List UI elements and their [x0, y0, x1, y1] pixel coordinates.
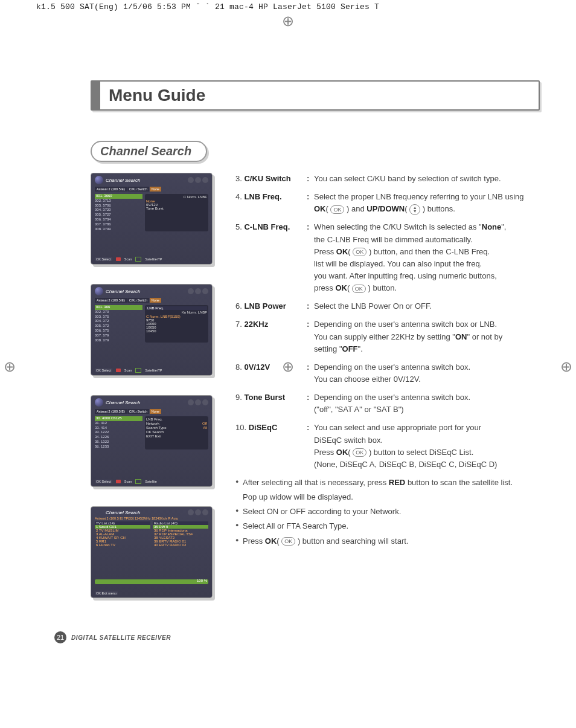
screenshot-list-row: 34. 1226 [95, 435, 142, 440]
screenshot-panel-title: LNB Freq. [146, 306, 207, 310]
bullet-item: Select ON or OFF according to your Netwo… [235, 506, 540, 518]
instruction-item: 4. LNB Freq.:Select the proper LNB frequ… [235, 191, 540, 215]
screenshot-tab: C/Ku Switch [127, 409, 149, 414]
weather-icon [195, 509, 201, 515]
screenshot-list-row: 003. 3706 [95, 204, 142, 208]
screenshot-tab: C/Ku Switch [127, 187, 149, 192]
screenshot-footer-hint: Scan [124, 369, 132, 372]
screenshot-list-row: 006. 3734 [95, 217, 142, 222]
screenshot-search-popup: Channel Search Asiasat 2 (100.5 E) C/Ku … [91, 395, 213, 487]
screenshot-footer-hint: Satellite/TP [145, 257, 162, 261]
weather-icon [202, 509, 208, 515]
section-heading: Channel Search [91, 141, 207, 162]
screenshot-footer-hint: Scan [124, 257, 132, 261]
screenshot-selected-row: 30. 4000 Ch125 [95, 416, 142, 421]
weather-icon [188, 288, 194, 294]
progress-percent: 100 % [197, 579, 207, 582]
registration-mark-icon: ⊕ [560, 358, 572, 375]
instruction-description: Depending on the user's antenna switch b… [314, 361, 540, 385]
colon: : [307, 422, 314, 434]
instruction-label: 7. 22KHz [235, 318, 307, 330]
screenshot-cku-switch: Channel Search Asiasat 2 (100.5 E) C/Ku … [91, 173, 213, 265]
screenshot-footer-hint: Satellite [145, 480, 157, 483]
screenshot-list-row: 005. 372 [95, 324, 142, 329]
ok-button-icon: OK [353, 448, 366, 457]
screenshot-result-row: 6 Hunan TV [95, 543, 150, 547]
ok-button-icon: OK [330, 205, 344, 214]
bullet-item: Select All or FTA Search Type. [235, 520, 540, 532]
bullet-item: After selecting all that is necessary, p… [235, 477, 540, 489]
screenshot-footer-hint: OK Select [95, 369, 112, 372]
instruction-item: 3. C/KU Switch:You can select C/KU band … [235, 173, 540, 185]
weather-icon [188, 177, 194, 183]
instruction-item: 5. C-LNB Freq.:When selecting the C/KU S… [235, 221, 540, 294]
instruction-item: 7. 22KHz:Depending on the user's antenna… [235, 318, 540, 355]
instruction-label: 8. 0V/12V [235, 361, 307, 373]
instruction-description: Select the proper LNB frequency referrin… [314, 191, 540, 215]
instruction-description: Depending on the user's antenna switch b… [314, 391, 540, 416]
screenshot-list-row: 006. 375 [95, 329, 142, 333]
instruction-description: You can select and use appropriate port … [314, 422, 540, 471]
screenshot-title: Channel Search [103, 400, 188, 405]
screenshot-list-row: 003. 375 [95, 315, 142, 320]
screenshot-tab-value: None [150, 187, 161, 192]
colon: : [307, 191, 314, 203]
screenshot-list-row: 001. 366 [95, 305, 142, 310]
screenshot-title: Channel Search [103, 289, 188, 294]
screenshot-footer-hint: Satellite/TP [145, 369, 162, 372]
title-bar-spine [92, 82, 100, 109]
screenshot-sat-name: Asiasat 2 (100.5 E) [95, 298, 127, 303]
screenshot-tab-value: None [150, 298, 161, 303]
print-header: k1.5 500 SAT(Eng) 1/5/06 5:53 PM ˘ ` 21 … [0, 0, 576, 14]
colon: : [307, 361, 314, 373]
page-number: 21 [54, 631, 66, 643]
instruction-label: 4. LNB Freq. [235, 191, 307, 203]
instruction-description: Select the LNB Power On or OFF. [314, 300, 540, 312]
screenshot-panel-row: LNB Freq. [146, 417, 207, 421]
screenshot-logo-icon [95, 398, 103, 407]
screenshot-sat-name: Asiasat 2 (100.5 E) [95, 409, 127, 414]
instructions-column: 3. C/KU Switch:You can select C/KU band … [235, 173, 540, 550]
screenshot-panel-row: EXIT Exit [146, 434, 207, 438]
instruction-description: You can select C/KU band by selection of… [314, 173, 540, 185]
screenshot-panel-row: Search TypeAll [146, 426, 207, 430]
instruction-label: 5. C-LNB Freq. [235, 221, 307, 233]
screenshots-column: Channel Search Asiasat 2 (100.5 E) C/Ku … [91, 173, 217, 617]
colon: : [307, 300, 314, 312]
weather-icon [202, 177, 208, 183]
progress-bar: 100 % [95, 579, 208, 584]
screenshot-footer-hint: OK Select [95, 480, 112, 483]
page-title: Menu Guide [100, 82, 539, 109]
ok-button-icon: OK [353, 248, 366, 256]
bullet-list: After selecting all that is necessary, p… [235, 477, 540, 547]
section-heading-text: Channel Search [100, 144, 191, 158]
screenshot-scan-results: Channel Search Asiasat 2 (100.5 E) TP[33… [91, 506, 213, 598]
screenshot-panel-row: Tone Burst [146, 207, 207, 210]
colon: : [307, 221, 314, 233]
screenshot-title: Channel Search [103, 178, 188, 183]
blue-button-icon [135, 368, 141, 373]
screenshot-list-row: 002. 3713 [95, 199, 142, 204]
title-bar: Menu Guide [91, 80, 540, 111]
screenshot-sat-name: Asiasat 2 (100.5 E) [95, 187, 127, 192]
weather-icon [195, 288, 201, 294]
colon: : [307, 391, 314, 404]
screenshot-list-row: 002. 370 [95, 310, 142, 315]
weather-icon [202, 288, 208, 294]
up-down-button-icon: ▲▼ [409, 204, 420, 215]
page-footer: 21 DIGITAL SATELLITE RECEIVER [54, 631, 171, 643]
screenshot-result-row: 40 ERTV RADIO 02 [153, 543, 208, 547]
screenshot-list-row: 007. 379 [95, 333, 142, 338]
screenshot-corner: Ku Norm. LNBF [146, 311, 207, 314]
instruction-label: 10. DiSEqC [235, 422, 307, 434]
page: ⊕ ⊕ ⊕ ⊕ Menu Guide Channel Search Channe… [0, 14, 576, 715]
screenshot-corner: C Norm. LNBF [146, 195, 207, 199]
instruction-item: 8. 0V/12V:Depending on the user's antenn… [235, 361, 540, 385]
instruction-description: Depending on the user's antenna switch b… [314, 318, 540, 355]
weather-icon [195, 399, 201, 405]
screenshot-panel-row: 10450 [146, 329, 207, 333]
screenshot-logo-icon [95, 176, 103, 184]
screenshot-title: Channel Search [103, 510, 188, 515]
weather-icon [202, 399, 208, 405]
colon: : [307, 318, 314, 330]
